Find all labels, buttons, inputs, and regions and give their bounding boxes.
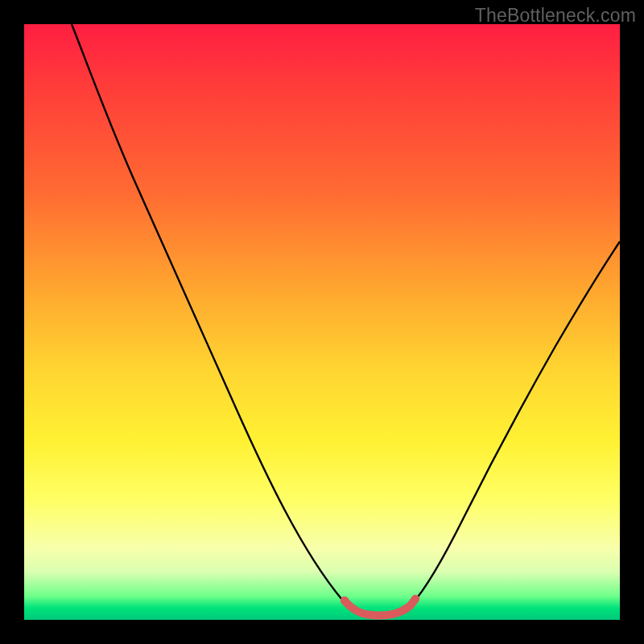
optimal-band-start — [341, 597, 349, 605]
bottleneck-curve — [72, 24, 620, 616]
watermark-text: TheBottleneck.com — [475, 5, 636, 27]
chart-plot-area — [24, 24, 620, 620]
optimal-band-end — [411, 595, 419, 603]
chart-frame: TheBottleneck.com — [0, 0, 644, 644]
chart-svg — [24, 24, 620, 620]
optimal-band — [345, 599, 415, 616]
